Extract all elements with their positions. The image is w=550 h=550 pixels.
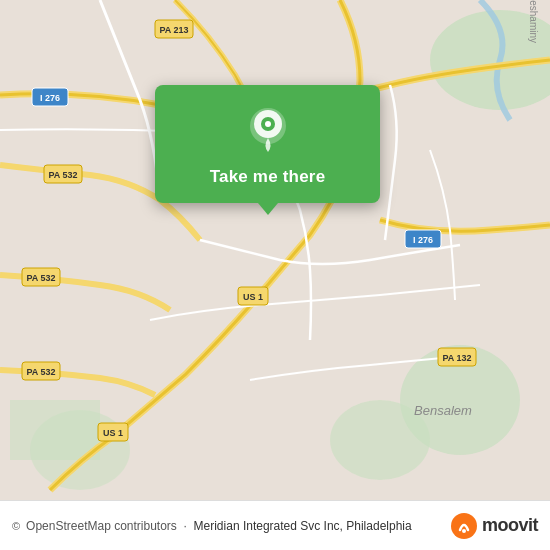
svg-text:US 1: US 1 [243, 292, 263, 302]
svg-text:I 276: I 276 [413, 235, 433, 245]
map-container: I 276 PA 213 US 1 US 1 PA 532 PA 532 PA … [0, 0, 550, 500]
bottom-bar: © OpenStreetMap contributors · Meridian … [0, 500, 550, 550]
svg-text:PA 532: PA 532 [48, 170, 77, 180]
osm-attribution: OpenStreetMap contributors · Meridian In… [26, 519, 444, 533]
moovit-label: moovit [482, 515, 538, 536]
moovit-icon [450, 512, 478, 540]
svg-text:Bensalem: Bensalem [414, 403, 472, 418]
copyright-icon: © [12, 520, 20, 532]
svg-text:US 1: US 1 [103, 428, 123, 438]
location-icon-wrapper [242, 103, 294, 155]
svg-point-5 [30, 410, 130, 490]
moovit-logo: moovit [450, 512, 538, 540]
svg-text:PA 532: PA 532 [26, 367, 55, 377]
svg-text:I 276: I 276 [40, 93, 60, 103]
map-svg: I 276 PA 213 US 1 US 1 PA 532 PA 532 PA … [0, 0, 550, 500]
svg-text:Neshaminy: Neshaminy [528, 0, 539, 43]
svg-text:PA 132: PA 132 [442, 353, 471, 363]
svg-point-33 [265, 121, 271, 127]
location-pin-icon [243, 104, 293, 154]
svg-text:PA 532: PA 532 [26, 273, 55, 283]
svg-text:PA 213: PA 213 [159, 25, 188, 35]
svg-point-35 [462, 529, 466, 533]
take-me-there-button[interactable]: Take me there [206, 165, 330, 189]
popup-card: Take me there [155, 85, 380, 203]
